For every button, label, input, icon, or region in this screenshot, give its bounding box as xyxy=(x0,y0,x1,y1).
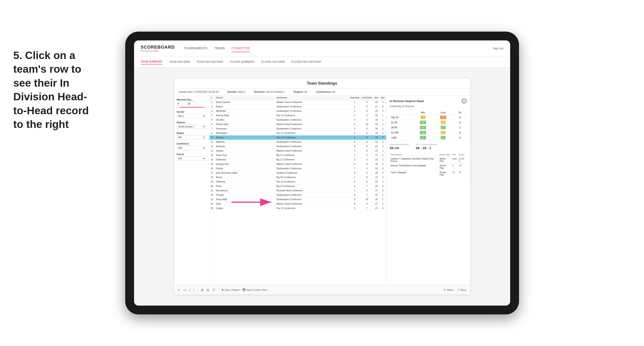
table-row[interactable]: 9 Arizona Pac-12 Conference 5 8 30 3 xyxy=(210,136,386,140)
table-row[interactable]: 4 Arizona State Pac-12 Conference 4 6 26… xyxy=(210,113,386,118)
step-fwd-button[interactable]: ⟩ xyxy=(193,288,194,292)
cell-school: New Mexico xyxy=(214,188,275,193)
h2h-panel: In Division Head-to-Head × University of… xyxy=(386,95,470,285)
table-row[interactable]: 12 Virginia Atlantic Coast Conference 3 … xyxy=(210,149,386,153)
view-original-button[interactable]: ▶ View: Original xyxy=(222,288,240,291)
nav-item-teams[interactable]: TEAMS xyxy=(214,45,225,52)
table-row[interactable]: 21 New Mexico Mountain West Conference 1… xyxy=(210,188,386,193)
h2h-row: 11-25 11 8 0 xyxy=(390,120,466,125)
filter-min-rounds-input[interactable] xyxy=(177,102,186,106)
share-button[interactable]: ↗ Share xyxy=(457,288,466,291)
cell-num: 8 xyxy=(210,131,214,136)
table-row[interactable]: 23 Texas A&M Southeastern Conference 9 1… xyxy=(210,197,386,202)
cell-school: Virginia xyxy=(214,149,275,153)
cell-rds: 21 xyxy=(373,206,380,210)
table-row[interactable]: 1 North Carolina Atlantic Coast Conferen… xyxy=(210,100,386,105)
table-row[interactable]: 25 Oregon Pac-12 Conference 5 7 21 0 xyxy=(210,206,386,210)
table-row[interactable]: 13 Texas Tech Big 12 Conference 1 9 27 2 xyxy=(210,153,386,158)
filter-min-rounds-max-input[interactable] xyxy=(187,102,196,106)
sign-out-button[interactable]: Sign out xyxy=(489,47,504,50)
cell-school: Ole Miss xyxy=(214,118,275,122)
table-row[interactable]: 11 Arkansas Southeastern Conference 6 8 … xyxy=(210,144,386,149)
h2h-row: >100 27 0 0 xyxy=(390,135,466,140)
subnav-player-h2h-heatmap[interactable]: PLAYER H2H HEATMAP xyxy=(292,59,321,64)
h2h-range: 51-100 xyxy=(390,130,413,135)
th-win: Win xyxy=(413,111,433,115)
table-row[interactable]: 15 Georgia Tech Atlantic Coast Conferenc… xyxy=(210,162,386,166)
tourn-pos: 11 xyxy=(451,170,458,177)
cell-conference: Southeastern Conference xyxy=(275,140,349,144)
conference-meta: Conference: All xyxy=(316,90,335,93)
table-row[interactable]: 19 California Pac-12 Conference 4 8 24 2 xyxy=(210,180,386,184)
filter-division-select[interactable]: NCAA Division I ▼ xyxy=(177,125,207,129)
watch-button[interactable]: 👁 Watch xyxy=(443,289,454,291)
table-row[interactable]: 17 East Tennessee State Southern Confere… xyxy=(210,171,386,175)
cell-num: 15 xyxy=(210,162,214,166)
table-row[interactable]: 3 Vanderbilt Southeastern Conference 2 8… xyxy=(210,109,386,113)
logo-brand: clippd xyxy=(153,50,158,52)
table-row[interactable]: 6 Florida State Atlantic Coast Conferenc… xyxy=(210,122,386,127)
cell-num: 2 xyxy=(210,105,214,109)
save-custom-view-button[interactable]: 💾 Save Custom View xyxy=(242,288,267,291)
cell-conference: Southern Conference xyxy=(275,171,349,175)
table-row[interactable]: 16 Florida Southeastern Conference 7 9 2… xyxy=(210,166,386,171)
filter-min-rounds: Minimum Rou... xyxy=(177,99,207,108)
cell-conference: Pac-12 Conference xyxy=(275,206,349,210)
step-back-button[interactable]: ⟨ xyxy=(189,288,190,292)
paste-button[interactable]: ⊟ xyxy=(207,288,209,292)
cell-reg-rank: 8 xyxy=(349,171,361,175)
subnav-team-h2h-heatmap[interactable]: TEAM H2H HEATMAP xyxy=(196,59,223,64)
cell-num: 13 xyxy=(210,153,214,158)
cell-school: Vanderbilt xyxy=(214,109,275,113)
table-row[interactable]: 7 Tennessee Southeastern Conference 4 6 … xyxy=(210,127,386,131)
panel-title: Team Standings xyxy=(307,81,338,86)
cell-rds: 23 xyxy=(373,175,380,180)
redo-button[interactable]: ↪ xyxy=(184,288,186,292)
filter-school-select[interactable]: (All) ▼ xyxy=(177,157,207,161)
cell-conf-rank: 8 xyxy=(360,149,373,153)
nav-item-committee[interactable]: COMMITTEE xyxy=(232,45,250,52)
clock-icon[interactable]: ⏱ xyxy=(212,288,216,292)
table-row[interactable]: 24 Duke Atlantic Coast Conference 5 9 27… xyxy=(210,202,386,206)
outer-background: 5. Click on a team's row to see their In… xyxy=(0,0,644,346)
table-row[interactable]: 18 Illinois Big Ten Conference 1 9 23 3 xyxy=(210,175,386,180)
cell-num: 19 xyxy=(210,180,214,184)
table-row[interactable]: 20 Texas Big 12 Conference 3 7 20 0 xyxy=(210,184,386,188)
filter-division-label: Division xyxy=(177,121,207,124)
filter-region-label: Region xyxy=(177,132,207,134)
cell-rds: 23 xyxy=(373,131,380,136)
th-tie: Tie xyxy=(453,111,466,115)
table-row[interactable]: 8 Washington Pac-12 Conference 2 8 23 1 xyxy=(210,131,386,136)
subnav-player-h2h-grid[interactable]: PLAYER H2H GRID xyxy=(261,59,285,64)
filter-region-select[interactable]: N/A ▼ xyxy=(177,135,207,139)
cell-win: 3 xyxy=(380,136,386,140)
copy-button[interactable]: ⊞ xyxy=(201,288,204,292)
filter-conference-select[interactable]: (All) ▼ xyxy=(177,146,207,150)
sub-nav: TEAM SUMMARY TEAM H2H GRID TEAM H2H HEAT… xyxy=(134,56,510,67)
nav-item-tournaments[interactable]: TOURNAMENTS xyxy=(184,45,208,52)
cell-school: East Tennessee State xyxy=(214,171,275,175)
h2h-close-button[interactable]: × xyxy=(462,99,466,103)
subnav-team-summary[interactable]: TEAM SUMMARY xyxy=(141,59,162,64)
table-row[interactable]: 14 Oklahoma Big 12 Conference 3 6 24 2 xyxy=(210,158,386,162)
cell-conf-rank: 10 xyxy=(360,197,373,202)
table-row[interactable]: 5 Ole Miss Southeastern Conference 3 6 1… xyxy=(210,118,386,122)
undo-button[interactable]: ↩ xyxy=(178,288,180,292)
h2h-tie: 0 xyxy=(453,135,466,140)
table-row[interactable]: 2 Auburn Southeastern Conference 1 9 27 … xyxy=(210,105,386,109)
cell-conference: Atlantic Coast Conference xyxy=(275,149,349,153)
cell-conference: Southeastern Conference xyxy=(275,193,349,197)
subnav-team-h2h-grid[interactable]: TEAM H2H GRID xyxy=(169,59,190,64)
cell-school: California xyxy=(214,180,275,184)
h2h-loss: 2 xyxy=(433,125,453,130)
range-slider[interactable] xyxy=(177,107,207,108)
cell-num: 17 xyxy=(210,171,214,175)
subnav-player-summary[interactable]: PLAYER SUMMARY xyxy=(230,59,255,64)
filter-division-group: Division NCAA Division I ▼ xyxy=(177,121,207,129)
filter-gender-select[interactable]: Men's ▼ xyxy=(177,114,207,118)
table-row[interactable]: 22 Georgia Southeastern Conference 8 7 2… xyxy=(210,193,386,197)
table-row[interactable]: 10 Alabama Southeastern Conference 5 8 2… xyxy=(210,140,386,144)
cell-num: 1 xyxy=(210,100,214,105)
cell-win: 1 xyxy=(380,197,386,202)
cell-conference: Mountain West Conference xyxy=(275,188,349,193)
